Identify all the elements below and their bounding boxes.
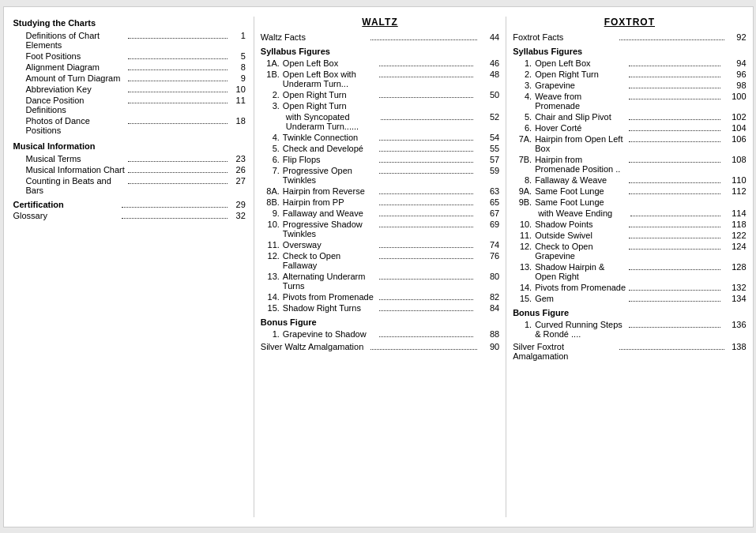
figure-label: Fallaway and Weave (283, 208, 377, 218)
toc-page: 5 (230, 51, 246, 61)
figure-page: 55 (476, 144, 499, 153)
figure-num: 10. (261, 220, 283, 229)
figure-num: 14. (261, 292, 283, 302)
toc-dots (128, 123, 228, 124)
figure-item: 9A. Same Foot Lunge 112 (513, 186, 746, 196)
figure-dots (379, 97, 473, 98)
toc-label: Musical Terms (26, 154, 126, 163)
figure-dots (379, 162, 473, 163)
figure-item: 6. Hover Corté 104 (513, 123, 746, 133)
figure-dots (629, 227, 720, 227)
left-toc-item: Alignment Diagram 8 (13, 62, 246, 72)
figure-dots (379, 173, 473, 174)
figure-page: 67 (476, 208, 499, 218)
figure-num: 12. (513, 242, 535, 251)
figure-num: 6. (261, 155, 283, 164)
figure-label: Alternating Underarm Turns (283, 272, 377, 291)
figure-label: Open Left Box (535, 58, 626, 68)
toc-page: 8 (230, 62, 246, 72)
figure-label: Same Foot Lunge (535, 197, 746, 207)
cert-item: Certification 29 (13, 200, 246, 209)
foxtrot-amalgamation-dots (619, 349, 724, 350)
figure-num: 3. (261, 101, 283, 111)
figure-item: 13. Shadow Hairpin & Open Right 128 (513, 262, 746, 281)
figure-dots (629, 99, 720, 99)
figure-item: 2. Open Right Turn 96 (513, 69, 746, 79)
figure-dots (629, 141, 720, 142)
figure-label: Open Right Turn (283, 90, 377, 99)
figure-label: Hairpin from Promenade Position .. (535, 155, 626, 174)
middle-syllabus-header: Syllabus Figures (261, 47, 499, 56)
figure-dots (379, 205, 473, 205)
left-toc-item: Amount of Turn Diagram 9 (13, 73, 246, 83)
foxtrot-amalgamation-label: Silver Foxtrot Amalgamation (513, 342, 617, 361)
figure-dots (629, 119, 720, 120)
figure-label: Pivots from Promenade (283, 292, 377, 302)
toc-page: 26 (230, 165, 246, 175)
waltz-amalgamation-page: 90 (480, 342, 499, 351)
toc-dots (128, 69, 228, 70)
figure-dots (629, 88, 720, 88)
figure-page: 112 (723, 186, 747, 196)
gloss-label: Glossary (13, 211, 119, 220)
figure-dots (379, 66, 473, 66)
figure-num: 13. (261, 272, 283, 281)
figure-item: 8A. Hairpin from Reverse 63 (261, 186, 499, 196)
figure-item: 3. Grapevine 98 (513, 81, 746, 90)
figure-num: 7. (261, 166, 283, 175)
middle-col-header: WALTZ (261, 17, 499, 28)
figure-label: Shadow Right Turns (283, 303, 377, 313)
foxtrot-facts: Foxtrot Facts 92 (513, 32, 746, 42)
figure-dots (379, 299, 473, 300)
figure-dots (379, 140, 473, 141)
figure-label: Oversway (283, 240, 377, 250)
figure-page: 54 (476, 133, 499, 142)
musical-toc-item: Musical Information Chart 26 (13, 165, 246, 175)
figure-dots (379, 227, 473, 227)
figure-num: 2. (513, 69, 535, 79)
figure-item: 6. Flip Flops 57 (261, 155, 499, 164)
figure-page: 94 (723, 58, 747, 68)
figure-num: 14. (513, 283, 535, 292)
toc-page: 23 (230, 154, 246, 163)
toc-page: 9 (230, 73, 246, 83)
figure-num: 10. (513, 220, 535, 229)
figure-item: 2. Open Right Turn 50 (261, 90, 499, 99)
waltz-amalgamation-dots (370, 349, 478, 350)
figure-label: Twinkle Connection (283, 133, 377, 142)
figure-label: Gem (535, 294, 626, 303)
musical-header: Musical Information (13, 141, 246, 151)
figure-dots (629, 182, 720, 183)
figure-label: Hairpin from Reverse (283, 186, 377, 196)
figure-item: 11. Outside Swivel 122 (513, 231, 746, 240)
cert-label: Certification (13, 200, 119, 209)
figure-num: 1. (513, 58, 535, 68)
figure-page: 50 (476, 90, 499, 99)
right-bonus-header: Bonus Figure (513, 308, 746, 317)
figure-dots (379, 279, 473, 280)
foxtrot-facts-dots (619, 39, 724, 40)
figure-page: 102 (723, 112, 747, 122)
figure-page: 106 (723, 134, 747, 144)
figure-page: 59 (476, 166, 499, 175)
foxtrot-facts-page: 92 (727, 32, 747, 42)
figure-page: 110 (723, 175, 747, 185)
figure-page: 134 (723, 294, 747, 303)
musical-items: Musical Terms 23 Musical Information Cha… (13, 154, 246, 195)
figure-page: 65 (476, 197, 499, 207)
figure-num: 7A. (513, 134, 535, 144)
figure-dots (629, 290, 720, 291)
figure-label: Progressive Open Twinkles (283, 166, 377, 185)
toc-label: Amount of Turn Diagram (26, 73, 126, 83)
figure-label: Grapevine (535, 81, 626, 90)
figure-dots (629, 269, 720, 270)
foxtrot-facts-label: Foxtrot Facts (513, 32, 617, 42)
figure-dots (379, 193, 473, 194)
figure-label: Pivots from Promenade (535, 283, 626, 292)
figure-page: 118 (723, 220, 747, 229)
figure-label: Grapevine to Shadow (283, 329, 377, 339)
figure-num: 4. (261, 133, 283, 142)
figure-num: 15. (513, 294, 535, 303)
right-col-header: FOXTROT (513, 17, 746, 28)
figure-label: Open Left Box with Underarm Turn... (283, 69, 377, 88)
